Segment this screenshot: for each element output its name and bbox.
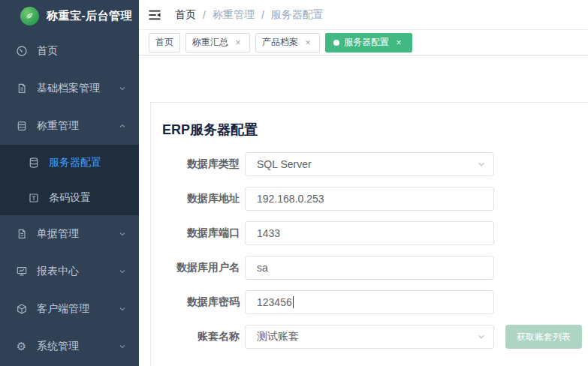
close-icon[interactable]: ×	[233, 38, 243, 48]
tab-server-config[interactable]: 服务器配置 ×	[325, 33, 412, 52]
sidebar-item-label: 基础档案管理	[37, 82, 118, 95]
leaf-icon	[20, 7, 39, 26]
chevron-down-icon	[118, 84, 127, 93]
chevron-up-icon	[118, 122, 127, 130]
sidebar: 称重宝-后台管理 首页 基础档案管理	[0, 0, 139, 366]
erp-config-card: ERP服务器配置 数据库类型 SQL Server 数据库地址	[150, 102, 588, 366]
form-row-db-port: 数据库端口	[162, 221, 588, 245]
chevron-down-icon	[118, 267, 127, 276]
form-row-db-password: 数据库密码 123456	[162, 290, 588, 314]
account-set-label: 账套名称	[162, 330, 240, 344]
sidebar-item-report-center[interactable]: 报表中心	[0, 253, 139, 290]
db-type-label: 数据库类型	[162, 158, 240, 171]
sidebar-submenu-weighing: 服务器配置 条码设置	[0, 145, 139, 215]
chevron-down-icon	[118, 342, 127, 351]
tab-label: 称重汇总	[192, 36, 228, 49]
document-icon	[15, 228, 28, 241]
tabs-bar: 首页 称重汇总 × 产品档案 × 服务器配置 ×	[139, 30, 588, 56]
app-title: 称重宝-后台管理	[47, 9, 132, 23]
text-cursor	[293, 296, 294, 308]
report-chart-icon	[15, 266, 28, 278]
account-set-value: 测试账套	[257, 330, 299, 344]
tab-weighing-summary[interactable]: 称重汇总 ×	[185, 33, 250, 52]
db-password-input[interactable]: 123456	[245, 290, 494, 314]
form-row-db-username: 数据库用户名	[162, 256, 588, 280]
db-type-value: SQL Server	[257, 158, 312, 170]
form-row-db-address: 数据库地址	[162, 187, 588, 211]
menu-fold-icon[interactable]	[146, 7, 162, 22]
chevron-down-icon	[476, 332, 487, 342]
form-row-db-type: 数据库类型 SQL Server	[162, 152, 588, 176]
sidebar-item-label: 称重管理	[37, 119, 118, 133]
app-logo: 称重宝-后台管理	[0, 0, 139, 32]
db-username-label: 数据库用户名	[162, 261, 240, 274]
breadcrumb: 首页 / 称重管理 / 服务器配置	[175, 8, 324, 22]
tab-label: 首页	[155, 36, 173, 49]
fetch-account-sets-button[interactable]: 获取账套列表	[505, 325, 582, 349]
account-set-select[interactable]: 测试账套	[245, 325, 494, 349]
sidebar-item-weighing-management[interactable]: 称重管理	[0, 107, 139, 145]
active-tab-dot	[333, 40, 339, 46]
database-icon	[27, 156, 40, 169]
gear-icon: ⚙	[15, 340, 28, 353]
sidebar-item-server-config[interactable]: 服务器配置	[0, 145, 139, 180]
weighing-list-icon	[15, 120, 28, 133]
breadcrumb-home[interactable]: 首页	[175, 8, 196, 22]
sidebar-item-system-management[interactable]: ⚙ 系统管理	[0, 328, 139, 365]
sidebar-item-label: 客户端管理	[37, 302, 118, 316]
archive-doc-icon	[15, 82, 28, 95]
tab-label: 服务器配置	[344, 36, 389, 49]
db-password-label: 数据库密码	[162, 296, 240, 309]
sidebar-item-label: 系统管理	[37, 340, 118, 353]
db-port-label: 数据库端口	[162, 226, 240, 240]
db-port-input[interactable]	[245, 221, 494, 245]
client-cube-icon	[15, 303, 28, 316]
sidebar-item-label: 服务器配置	[49, 156, 127, 170]
dashboard-icon	[15, 45, 28, 58]
close-icon[interactable]: ×	[394, 38, 404, 48]
sidebar-item-label: 首页	[37, 44, 127, 58]
sidebar-item-label: 单据管理	[37, 227, 118, 241]
breadcrumb-separator: /	[203, 9, 206, 21]
sidebar-item-label: 条码设置	[49, 191, 127, 205]
db-address-input[interactable]	[245, 187, 494, 211]
page-content: ERP服务器配置 数据库类型 SQL Server 数据库地址	[139, 56, 588, 366]
tab-label: 产品档案	[262, 36, 298, 49]
sidebar-item-bills-management[interactable]: 单据管理	[0, 215, 139, 253]
chevron-down-icon	[118, 304, 127, 314]
chevron-down-icon	[476, 159, 487, 170]
db-address-label: 数据库地址	[162, 192, 240, 206]
tab-product-archives[interactable]: 产品档案 ×	[255, 33, 320, 52]
breadcrumb-weighing-management[interactable]: 称重管理	[213, 8, 255, 22]
sidebar-item-home[interactable]: 首页	[0, 32, 139, 70]
navbar: 首页 / 称重管理 / 服务器配置	[139, 0, 588, 30]
main-area: 首页 / 称重管理 / 服务器配置 首页 称重汇总 × 产品档案 × 服务器配置	[139, 0, 588, 366]
sidebar-item-barcode-settings[interactable]: 条码设置	[0, 180, 139, 215]
form-row-account-set: 账套名称 测试账套 获取账套列表	[162, 325, 588, 349]
db-username-input[interactable]	[245, 256, 494, 280]
db-type-select[interactable]: SQL Server	[245, 152, 494, 176]
breadcrumb-server-config: 服务器配置	[271, 8, 324, 22]
sidebar-item-label: 报表中心	[37, 265, 118, 278]
app-window: 称重宝-后台管理 首页 基础档案管理	[0, 0, 588, 366]
barcode-text-icon	[27, 191, 40, 204]
chevron-down-icon	[118, 230, 127, 238]
db-password-value: 123456	[257, 296, 292, 308]
tab-home[interactable]: 首页	[149, 33, 180, 52]
page-title: ERP服务器配置	[162, 121, 588, 139]
sidebar-item-client-management[interactable]: 客户端管理	[0, 290, 139, 328]
sidebar-menu: 首页 基础档案管理 称重管理	[0, 32, 139, 365]
sidebar-item-base-archives[interactable]: 基础档案管理	[0, 70, 139, 107]
breadcrumb-separator: /	[261, 9, 264, 21]
close-icon[interactable]: ×	[303, 38, 313, 48]
